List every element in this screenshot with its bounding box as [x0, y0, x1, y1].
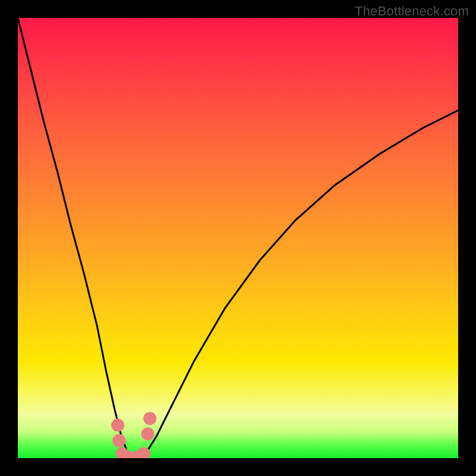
- marker-left-edge: [112, 434, 126, 447]
- curve-layer: [18, 18, 458, 458]
- marker-left-flank: [111, 419, 124, 432]
- watermark-text: TheBottleneck.com: [355, 4, 469, 19]
- bottleneck-curve: [18, 18, 458, 458]
- marker-right-flank: [143, 412, 156, 425]
- chart-frame: TheBottleneck.com: [0, 0, 476, 476]
- marker-right-edge: [141, 427, 154, 440]
- plot-area: [18, 18, 458, 458]
